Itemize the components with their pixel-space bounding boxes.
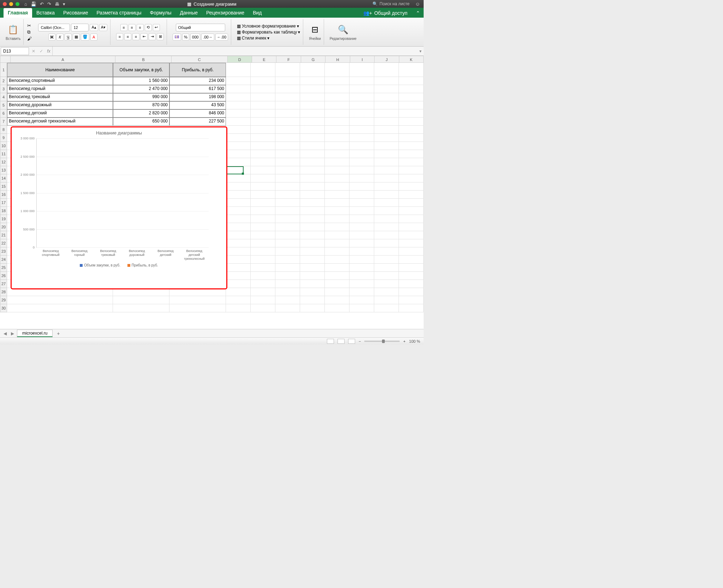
cell[interactable] (374, 142, 399, 150)
cell[interactable] (226, 126, 251, 134)
number-format-dropdown[interactable]: Общий (176, 24, 225, 31)
cell[interactable] (226, 207, 251, 215)
cell[interactable] (325, 166, 349, 174)
qat-more-icon[interactable]: ▾ (63, 1, 65, 7)
cell[interactable] (374, 101, 399, 109)
cell[interactable] (300, 77, 325, 85)
cell[interactable] (399, 118, 424, 126)
cell[interactable] (275, 256, 300, 264)
cell[interactable] (325, 118, 349, 126)
cell[interactable] (374, 215, 399, 223)
align-right-icon[interactable]: ≡ (132, 33, 139, 40)
cell[interactable] (300, 207, 325, 215)
cell[interactable] (399, 134, 424, 142)
cell[interactable]: 2 470 000 (113, 85, 169, 93)
cell[interactable] (325, 174, 349, 182)
cell[interactable] (374, 223, 399, 231)
cell[interactable] (226, 85, 251, 93)
name-box[interactable]: D13 (1, 47, 29, 55)
cell[interactable] (226, 109, 251, 118)
font-name-dropdown[interactable]: Calibri (Осн... (38, 24, 70, 31)
cell[interactable]: 227 500 (169, 118, 226, 126)
decrease-decimal-icon[interactable]: ←.00 (215, 34, 228, 41)
cell[interactable] (251, 296, 275, 304)
cell[interactable] (113, 304, 169, 312)
cell[interactable] (399, 199, 424, 207)
cell[interactable] (275, 191, 300, 199)
cell[interactable] (325, 85, 349, 93)
orientation-icon[interactable]: ⟲ (145, 24, 152, 31)
cell[interactable] (251, 288, 275, 296)
cell[interactable] (399, 109, 424, 118)
cell[interactable] (349, 85, 374, 93)
expand-formula-icon[interactable]: ▾ (417, 49, 424, 54)
cell[interactable]: 2 820 000 (113, 109, 169, 118)
share-button[interactable]: 👥+ Общий доступ (358, 8, 412, 18)
cell[interactable] (275, 93, 300, 101)
percent-icon[interactable]: % (182, 34, 189, 41)
cell[interactable] (226, 182, 251, 191)
cell[interactable] (226, 191, 251, 199)
cell[interactable] (349, 191, 374, 199)
cell[interactable] (169, 304, 226, 312)
cell[interactable] (226, 63, 251, 77)
row-header[interactable]: 15 (0, 182, 7, 191)
row-header[interactable]: 14 (0, 174, 7, 182)
cell[interactable] (300, 256, 325, 264)
cell[interactable] (300, 288, 325, 296)
maximize-icon[interactable] (16, 2, 19, 6)
tab-review[interactable]: Рецензирование (202, 8, 249, 18)
cell[interactable] (300, 101, 325, 109)
indent-increase-icon[interactable]: ⇥ (149, 33, 156, 40)
cell[interactable] (349, 223, 374, 231)
cell[interactable] (226, 247, 251, 256)
cell[interactable] (349, 264, 374, 272)
cell[interactable] (374, 304, 399, 312)
cell[interactable] (374, 166, 399, 174)
cell[interactable] (374, 272, 399, 280)
cell[interactable] (374, 158, 399, 166)
tab-home[interactable]: Главная (4, 8, 32, 18)
legend-item[interactable]: Объем закупки, в руб. (80, 263, 120, 267)
print-icon[interactable]: 🖶 (55, 1, 59, 7)
cell[interactable] (374, 207, 399, 215)
cell[interactable] (300, 134, 325, 142)
cell[interactable] (251, 207, 275, 215)
cell[interactable] (251, 63, 275, 77)
cell[interactable] (275, 109, 300, 118)
cell[interactable] (349, 272, 374, 280)
cell[interactable] (325, 304, 349, 312)
format-painter-icon[interactable]: 🖌 (27, 36, 32, 41)
cell[interactable] (349, 256, 374, 264)
cell[interactable] (349, 158, 374, 166)
cell[interactable]: Объем закупки, в руб. (113, 63, 169, 77)
zoom-slider[interactable] (364, 341, 400, 342)
cell[interactable] (325, 150, 349, 158)
cell[interactable] (399, 158, 424, 166)
cell[interactable] (349, 207, 374, 215)
cell[interactable] (226, 256, 251, 264)
cell[interactable] (275, 142, 300, 150)
cell[interactable] (399, 272, 424, 280)
cell[interactable] (325, 101, 349, 109)
decrease-font-icon[interactable]: A▾ (99, 24, 107, 31)
cell[interactable] (399, 142, 424, 150)
cell[interactable] (325, 77, 349, 85)
cell[interactable] (226, 142, 251, 150)
cell[interactable] (275, 223, 300, 231)
cell[interactable]: Велосипед детский (7, 109, 113, 118)
cell[interactable] (275, 150, 300, 158)
cell[interactable] (325, 272, 349, 280)
home-icon[interactable]: ⌂ (24, 1, 27, 7)
cell[interactable] (374, 191, 399, 199)
cell[interactable] (226, 101, 251, 109)
cell[interactable] (374, 134, 399, 142)
cell[interactable] (349, 288, 374, 296)
cell[interactable]: 990 000 (113, 93, 169, 101)
view-page-break-icon[interactable] (348, 339, 355, 344)
cell[interactable] (325, 231, 349, 239)
legend-item[interactable]: Прибыль, в руб. (127, 263, 158, 267)
cell[interactable]: 617 500 (169, 85, 226, 93)
row-header[interactable]: 21 (0, 231, 7, 239)
add-sheet-icon[interactable]: + (54, 331, 62, 336)
